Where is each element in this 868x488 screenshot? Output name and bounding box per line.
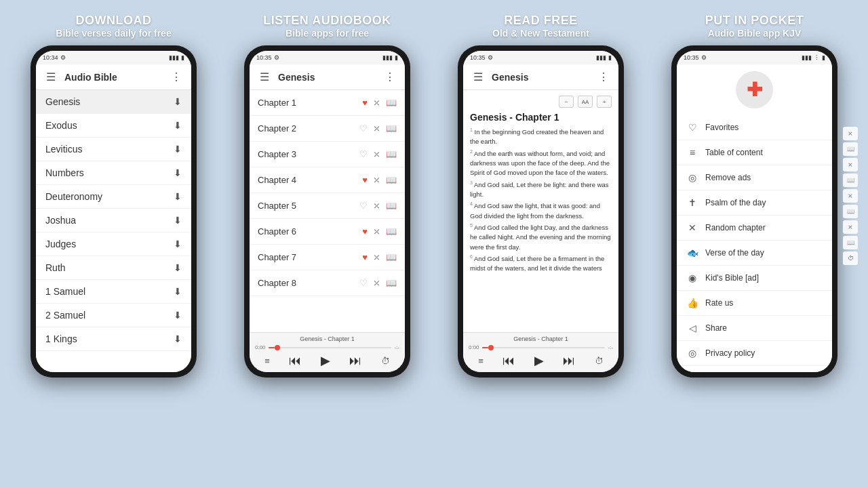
menu-item-removeads[interactable]: ◎ Remove ads	[677, 165, 832, 190]
status-time-1: 10:34	[43, 54, 58, 61]
app-header-3: ☰ Genesis ⋮	[463, 64, 618, 90]
book-item-2samuel[interactable]: 2 Samuel ⬇	[36, 304, 191, 327]
timer-btn-3[interactable]: ⏱	[595, 356, 604, 366]
heart-icon-2[interactable]: ♡	[359, 123, 368, 134]
book-icon-7[interactable]: 📖	[386, 252, 397, 262]
book-icon-3[interactable]: 📖	[386, 149, 397, 159]
book-icon-5[interactable]: 📖	[386, 201, 397, 211]
heart-icon-7[interactable]: ♥	[362, 252, 368, 262]
book-item-deuteronomy[interactable]: Deuteronomy ⬇	[36, 185, 191, 209]
book-icon-4[interactable]: 📖	[386, 175, 397, 185]
heart-icon-8[interactable]: ♡	[359, 278, 368, 288]
heart-icon-3[interactable]: ♡	[359, 149, 368, 159]
book-icon-6[interactable]: 📖	[386, 226, 397, 237]
menu-item-privacy[interactable]: ◎ Privacy policy	[677, 341, 832, 366]
download-icon-ruth[interactable]: ⬇	[174, 262, 182, 273]
chapter-item-4[interactable]: Chapter 4 ♥ ⤫ 📖	[250, 167, 405, 193]
download-icon-judges[interactable]: ⬇	[174, 239, 182, 249]
side-share-icon-4[interactable]: ⤫	[843, 220, 858, 234]
share-icon-3[interactable]: ⤫	[373, 149, 380, 159]
download-icon-2samuel[interactable]: ⬇	[174, 310, 182, 321]
menu-item-rate[interactable]: 👍 Rate us	[677, 291, 832, 316]
heart-icon-1[interactable]: ♥	[362, 98, 368, 108]
menu-item-kids[interactable]: ◉ Kid's Bible [ad]	[677, 266, 832, 291]
audio-controls-3: ≡ ⏮ ▶ ⏭ ⏱	[469, 353, 613, 368]
menu-item-verse[interactable]: 🐟 Verse of the day	[677, 241, 832, 266]
side-book-icon-4[interactable]: 📖	[843, 236, 858, 249]
download-icon-1samuel[interactable]: ⬇	[174, 286, 182, 297]
status-time-2: 10:35	[256, 54, 272, 61]
prev-btn-3[interactable]: ⏮	[502, 354, 515, 368]
heart-icon-5[interactable]: ♡	[359, 201, 368, 211]
prev-btn-2[interactable]: ⏮	[289, 354, 301, 368]
more-icon-1[interactable]: ⋮	[168, 69, 184, 85]
play-btn-2[interactable]: ▶	[321, 353, 330, 368]
next-btn-3[interactable]: ⏭	[563, 354, 575, 368]
side-book-icon-3[interactable]: 📖	[843, 205, 858, 218]
book-item-joshua[interactable]: Joshua ⬇	[36, 209, 191, 232]
book-icon-1[interactable]: 📖	[386, 98, 397, 108]
book-icon-2[interactable]: 📖	[386, 123, 397, 134]
share-icon-1[interactable]: ⤫	[373, 98, 380, 108]
menu-item-random[interactable]: ✕ Random chapter	[677, 216, 832, 241]
book-item-genesis[interactable]: Genesis ⬇	[36, 90, 191, 114]
next-btn-2[interactable]: ⏭	[349, 354, 361, 368]
heart-icon-4[interactable]: ♥	[362, 175, 368, 185]
chapter-item-7[interactable]: Chapter 7 ♥ ⤫ 📖	[250, 245, 405, 270]
more-icon-4-status[interactable]: ⋮	[814, 54, 820, 61]
font-decrease-btn[interactable]: −	[559, 96, 574, 108]
playlist-btn-2[interactable]: ≡	[264, 356, 270, 366]
chapter-item-5[interactable]: Chapter 5 ♡ ⤫ 📖	[250, 193, 405, 219]
heart-icon-6[interactable]: ♥	[362, 226, 368, 237]
menu-icon-2[interactable]: ☰	[256, 69, 273, 85]
book-item-1samuel[interactable]: 1 Samuel ⬇	[36, 280, 191, 304]
chapter-item-3[interactable]: Chapter 3 ♡ ⤫ 📖	[250, 142, 405, 167]
share-icon-2[interactable]: ⤫	[373, 123, 380, 134]
download-icon-joshua[interactable]: ⬇	[174, 215, 182, 226]
download-icon-deuteronomy[interactable]: ⬇	[174, 191, 182, 202]
side-share-icon-3[interactable]: ⤫	[843, 189, 858, 203]
timer-btn-2[interactable]: ⏱	[381, 356, 390, 366]
playlist-btn-3[interactable]: ≡	[478, 356, 484, 366]
book-item-1kings[interactable]: 1 Kings ⬇	[36, 327, 191, 351]
menu-icon-3[interactable]: ☰	[470, 69, 486, 85]
side-share-icon-1[interactable]: ⤫	[843, 127, 858, 140]
progress-bar-2[interactable]	[269, 347, 392, 348]
download-icon-exodus[interactable]: ⬇	[174, 120, 182, 131]
book-icon-8[interactable]: 📖	[386, 278, 397, 288]
download-icon-genesis[interactable]: ⬇	[174, 96, 182, 107]
chapter-item-1[interactable]: Chapter 1 ♥ ⤫ 📖	[250, 90, 405, 116]
side-book-icon-1[interactable]: 📖	[843, 142, 858, 156]
more-icon-3[interactable]: ⋮	[595, 69, 612, 85]
chapter-item-2[interactable]: Chapter 2 ♡ ⤫ 📖	[250, 116, 405, 142]
book-item-judges[interactable]: Judges ⬇	[36, 232, 191, 256]
menu-item-toc[interactable]: ≡ Table of content	[677, 140, 832, 165]
share-icon-5[interactable]: ⤫	[373, 201, 380, 211]
audio-bar-3: Genesis - Chapter 1 0:00 -:- ≡ ⏮ ▶ ⏭	[463, 332, 618, 372]
more-icon-2[interactable]: ⋮	[382, 69, 398, 85]
book-item-numbers[interactable]: Numbers ⬇	[36, 161, 191, 185]
download-icon-leviticus[interactable]: ⬇	[174, 144, 182, 155]
book-item-leviticus[interactable]: Leviticus ⬇	[36, 138, 191, 161]
book-item-ruth[interactable]: Ruth ⬇	[36, 256, 191, 280]
share-icon-6[interactable]: ⤫	[373, 226, 380, 237]
share-icon-8[interactable]: ⤫	[373, 278, 380, 288]
share-icon-7[interactable]: ⤫	[373, 252, 380, 262]
chapter-item-6[interactable]: Chapter 6 ♥ ⤫ 📖	[250, 219, 405, 245]
book-item-exodus[interactable]: Exodus ⬇	[36, 114, 191, 138]
menu-item-share[interactable]: ◁ Share	[677, 316, 832, 341]
menu-icon-1[interactable]: ☰	[43, 69, 59, 85]
status-bar-4: 10:35 ⚙ ▮▮▮ ⋮ ▮	[677, 51, 832, 64]
side-timer-icon[interactable]: ⏱	[843, 251, 858, 265]
chapter-item-8[interactable]: Chapter 8 ♡ ⤫ 📖	[250, 270, 405, 296]
menu-item-psalm[interactable]: ✝ Psalm of the day	[677, 190, 832, 216]
download-icon-numbers[interactable]: ⬇	[174, 167, 182, 178]
play-btn-3[interactable]: ▶	[534, 353, 544, 368]
download-icon-1kings[interactable]: ⬇	[174, 333, 182, 344]
progress-bar-3[interactable]	[482, 347, 606, 348]
side-share-icon-2[interactable]: ⤫	[843, 158, 858, 171]
font-increase-btn[interactable]: +	[597, 96, 612, 108]
share-icon-4[interactable]: ⤫	[373, 175, 380, 185]
menu-item-favorites[interactable]: ♡ Favorites	[677, 115, 832, 140]
side-book-icon-2[interactable]: 📖	[843, 174, 858, 187]
